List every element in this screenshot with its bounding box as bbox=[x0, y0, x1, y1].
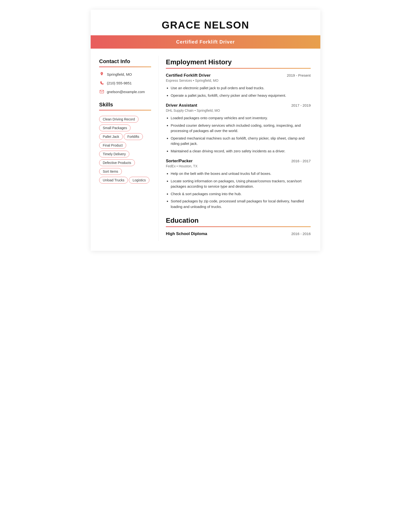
job-1-title: Certified Forklift Driver bbox=[166, 73, 211, 78]
subtitle-bar: Certified Forklift Driver bbox=[91, 35, 320, 49]
phone-text: (210) 555-9851 bbox=[107, 81, 132, 85]
education-divider bbox=[166, 226, 311, 227]
edu-1-dates: 2016 - 2016 bbox=[291, 232, 311, 236]
skills-tags: Clean Driving RecordSmall PackagesPallet… bbox=[99, 115, 151, 184]
job-3-bullets: Help on the belt with the boxes and unlo… bbox=[166, 171, 311, 209]
skill-tag: Timely Delivery bbox=[99, 151, 129, 157]
skill-tag: Small Packages bbox=[99, 124, 131, 131]
job-2-company: DHL Supply Chain • Springfield, MO bbox=[166, 109, 311, 113]
job-3-title: Sorter/Packer bbox=[166, 159, 193, 163]
job-2-title: Driver Assistant bbox=[166, 103, 197, 108]
education-1: High School Diploma 2016 - 2016 bbox=[166, 231, 311, 236]
candidate-name: GRACE NELSON bbox=[95, 19, 316, 31]
job-2-bullets: Loaded packages onto company vehicles an… bbox=[166, 115, 311, 154]
job-1: Certified Forklift Driver 2019 - Present… bbox=[166, 73, 311, 98]
list-item: Loaded packages onto company vehicles an… bbox=[171, 115, 311, 121]
contact-location: Springfield, MO bbox=[99, 72, 151, 77]
skill-tag: Clean Driving Record bbox=[99, 116, 139, 123]
list-item: Locate sorting information on packages, … bbox=[171, 179, 311, 189]
job-3: Sorter/Packer 2016 - 2017 FedEx • Housto… bbox=[166, 159, 311, 209]
list-item: Operated mechanical machines such as for… bbox=[171, 136, 311, 147]
contact-title: Contact Info bbox=[99, 58, 151, 65]
skill-tag: Logistics bbox=[129, 177, 149, 183]
skill-tag: Sort Items bbox=[99, 168, 122, 175]
skill-tag: Forklifts bbox=[124, 133, 143, 140]
list-item: Maintained a clean driving record, with … bbox=[171, 149, 311, 154]
header-section: GRACE NELSON bbox=[91, 10, 320, 31]
skills-divider bbox=[99, 110, 151, 111]
edu-1-degree: High School Diploma bbox=[166, 231, 207, 236]
location-icon bbox=[99, 72, 104, 77]
job-3-dates: 2016 - 2017 bbox=[291, 159, 311, 163]
job-1-dates: 2019 - Present bbox=[287, 73, 311, 77]
list-item: Provided courier delivery services which… bbox=[171, 123, 311, 134]
job-2-header: Driver Assistant 2017 - 2019 bbox=[166, 103, 311, 108]
contact-divider bbox=[99, 66, 151, 67]
job-3-header: Sorter/Packer 2016 - 2017 bbox=[166, 159, 311, 163]
job-2-dates: 2017 - 2019 bbox=[291, 103, 311, 107]
resume-document: GRACE NELSON Certified Forklift Driver C… bbox=[91, 10, 320, 251]
list-item: Use an electronic pallet jack to pull or… bbox=[171, 85, 311, 91]
contact-phone: (210) 555-9851 bbox=[99, 80, 151, 86]
job-title-header: Certified Forklift Driver bbox=[176, 39, 235, 45]
skill-tag: Pallet Jack bbox=[99, 133, 123, 140]
body-section: Contact Info Springfield, MO bbox=[91, 49, 320, 251]
main-content: Employment History Certified Forklift Dr… bbox=[158, 56, 320, 241]
skill-tag: Defective Products bbox=[99, 159, 135, 166]
job-1-header: Certified Forklift Driver 2019 - Present bbox=[166, 73, 311, 78]
list-item: Operate a pallet jacks, forklift, cherry… bbox=[171, 93, 311, 98]
job-1-bullets: Use an electronic pallet jack to pull or… bbox=[166, 85, 311, 98]
contact-email: gnelson@example.com bbox=[99, 89, 151, 94]
list-item: Check & sort packages coming into the hu… bbox=[171, 191, 311, 197]
contact-section: Contact Info Springfield, MO bbox=[99, 58, 151, 94]
skill-tag: Final Product bbox=[99, 142, 126, 149]
employment-title: Employment History bbox=[166, 58, 311, 66]
list-item: Help on the belt with the boxes and unlo… bbox=[171, 171, 311, 177]
list-item: Sorted packages by zip code, processed s… bbox=[171, 199, 311, 209]
email-icon bbox=[99, 89, 104, 94]
location-text: Springfield, MO bbox=[107, 72, 132, 76]
email-text: gnelson@example.com bbox=[107, 90, 145, 94]
job-3-company: FedEx • Houston, TX bbox=[166, 164, 311, 168]
employment-divider bbox=[166, 68, 311, 69]
education-title: Education bbox=[166, 217, 311, 224]
skills-title: Skills bbox=[99, 102, 151, 108]
education-section: Education High School Diploma 2016 - 201… bbox=[166, 217, 311, 236]
skill-tag: Unload Trucks bbox=[99, 177, 128, 183]
skills-section: Skills Clean Driving RecordSmall Package… bbox=[99, 102, 151, 184]
phone-icon bbox=[99, 80, 104, 86]
employment-section: Employment History Certified Forklift Dr… bbox=[166, 58, 311, 209]
sidebar: Contact Info Springfield, MO bbox=[91, 56, 158, 241]
job-2: Driver Assistant 2017 - 2019 DHL Supply … bbox=[166, 103, 311, 154]
job-1-company: Express Services • Springfield, MO bbox=[166, 79, 311, 83]
